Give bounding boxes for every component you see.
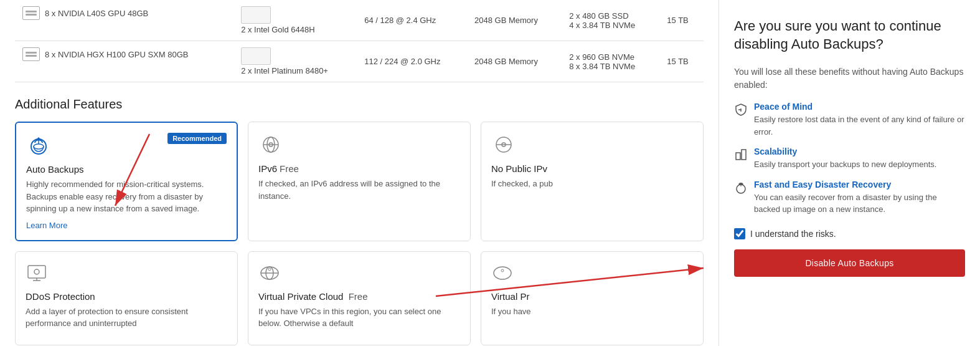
benefit-item-peace: Peace of Mind Easily restore lost data i… — [734, 102, 965, 138]
svg-point-16 — [501, 269, 504, 272]
svg-point-14 — [268, 268, 271, 271]
server-icon — [22, 6, 40, 20]
ddos-card[interactable]: DDoS Protection Add a layer of protectio… — [15, 251, 238, 345]
disable-auto-backups-button[interactable]: Disable Auto Backups — [734, 249, 965, 277]
ddos-icon — [26, 262, 227, 286]
feature-desc: If checked, a pub — [491, 178, 693, 190]
server-icon — [22, 47, 40, 61]
benefit-desc-peace: Easily restore lost data in the event of… — [754, 113, 965, 138]
storage: 2 x 480 GB SSD 4 x 3.84 TB NVMe — [562, 0, 659, 41]
vpc-icon — [258, 262, 460, 286]
no-public-icon — [491, 132, 516, 157]
storage: 2 x 960 GB NVMe 8 x 3.84 TB NVMe — [562, 41, 659, 82]
main-wrapper: 8 x NVIDIA L40S GPU 48GB 2 x Intel Gold … — [0, 0, 719, 346]
feature-desc: If you have — [491, 305, 693, 318]
cpu-desc: 2 x Intel Platinum 8480+ — [233, 41, 357, 82]
svg-rect-23 — [736, 153, 740, 160]
bottom-cards: DDoS Protection Add a layer of protectio… — [15, 251, 704, 345]
benefit-desc-scale: Easily transport your backups to new dep… — [754, 158, 936, 171]
svg-point-1 — [34, 144, 44, 149]
virtual-pr-icon — [491, 262, 693, 286]
feature-title: No Public IPv — [491, 163, 693, 174]
ipv6-card[interactable]: IPv6Free If checked, an IPv6 address wil… — [248, 122, 471, 241]
feature-title: IPv6Free — [258, 163, 460, 174]
feature-desc: Highly recommended for mission-critical … — [26, 178, 227, 215]
benefit-title-recovery: Fast and Easy Disaster Recovery — [754, 180, 965, 190]
feature-title: Virtual Pr — [491, 291, 693, 302]
memory: 2048 GB Memory — [467, 0, 562, 41]
panel-subtitle: You will lose all these benefits without… — [734, 65, 965, 92]
gpu-name: 8 x NVIDIA L40S GPU 48GB — [45, 9, 148, 18]
virtual-pr-card[interactable]: Virtual Pr If you have — [481, 251, 704, 345]
table-row[interactable]: 8 x NVIDIA L40S GPU 48GB 2 x Intel Gold … — [15, 0, 704, 41]
benefits-list: Peace of Mind Easily restore lost data i… — [734, 102, 965, 216]
right-panel: Are you sure you want to continue disabl… — [719, 0, 980, 346]
bandwidth: 15 TB — [659, 0, 704, 41]
benefit-title-peace: Peace of Mind — [754, 102, 965, 112]
feature-desc: Add a layer of protection to ensure cons… — [26, 305, 227, 330]
gpu-name: 8 x NVIDIA HGX H100 GPU SXM 80GB — [45, 50, 188, 59]
feature-title: Auto Backups — [26, 164, 227, 175]
cpu-desc: 2 x Intel Gold 6448H — [233, 0, 357, 41]
feature-desc: If you have VPCs in this region, you can… — [258, 305, 460, 330]
features-grid: Recommended Auto Backups Highly recommen… — [15, 122, 704, 241]
bandwidth: 15 TB — [659, 41, 704, 82]
section-title: Additional Features — [15, 97, 704, 112]
svg-point-10 — [34, 269, 39, 274]
benefit-title-scale: Scalability — [754, 147, 936, 156]
cores: 64 / 128 @ 2.4 GHz — [357, 0, 467, 41]
panel-title: Are you sure you want to continue disabl… — [734, 17, 965, 53]
ipv6-icon — [258, 132, 283, 157]
benefit-desc-recovery: You can easily recover from a disaster b… — [754, 191, 965, 216]
auto-backups-card[interactable]: Recommended Auto Backups Highly recommen… — [15, 122, 238, 241]
understand-risks-checkbox[interactable] — [734, 228, 745, 239]
scale-icon — [734, 148, 748, 171]
vpc-card[interactable]: Virtual Private Cloud Free If you have V… — [248, 251, 471, 345]
cores: 112 / 224 @ 2.0 GHz — [357, 41, 467, 82]
svg-rect-9 — [28, 266, 45, 278]
backups-icon — [26, 133, 51, 158]
no-public-ipv-card[interactable]: No Public IPv If checked, a pub — [481, 122, 704, 241]
recommended-badge: Recommended — [167, 133, 227, 144]
recovery-icon — [734, 181, 748, 216]
benefit-item-scale: Scalability Easily transport your backup… — [734, 147, 965, 171]
svg-point-15 — [494, 267, 511, 279]
checkbox-label: I understand the risks. — [750, 229, 836, 239]
feature-title: Virtual Private Cloud Free — [258, 291, 460, 302]
svg-rect-24 — [742, 150, 746, 160]
memory: 2048 GB Memory — [467, 41, 562, 82]
feature-title: DDoS Protection — [26, 291, 227, 302]
gpu-table: 8 x NVIDIA L40S GPU 48GB 2 x Intel Gold … — [15, 0, 704, 82]
benefit-item-recovery: Fast and Easy Disaster Recovery You can … — [734, 180, 965, 216]
shield-icon — [734, 103, 748, 138]
understand-risks-row[interactable]: I understand the risks. — [734, 228, 965, 239]
table-row[interactable]: 8 x NVIDIA HGX H100 GPU SXM 80GB 2 x Int… — [15, 41, 704, 82]
main-content: 8 x NVIDIA L40S GPU 48GB 2 x Intel Gold … — [0, 0, 719, 346]
feature-desc: If checked, an IPv6 address will be assi… — [258, 178, 460, 202]
learn-more-link[interactable]: Learn More — [26, 221, 67, 230]
